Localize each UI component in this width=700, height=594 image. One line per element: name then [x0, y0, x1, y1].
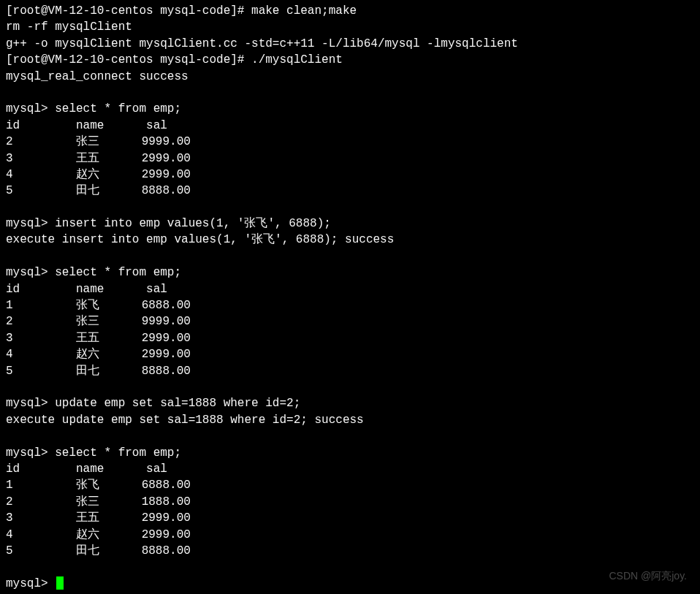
mysql-update: mysql> update emp set sal=1888 where id=…: [6, 395, 694, 411]
table-row: 3 王五 2999.00: [6, 510, 694, 526]
cursor: [56, 576, 64, 590]
shell-output: g++ -o mysqlClient mysqlClient.cc -std=c…: [6, 36, 694, 52]
table-row: 4 赵六 2999.00: [6, 527, 694, 543]
table-row: id name sal: [6, 281, 694, 297]
table-row: 4 赵六 2999.00: [6, 346, 694, 362]
table-row: 4 赵六 2999.00: [6, 167, 694, 183]
mysql-select-2: mysql> select * from emp;: [6, 264, 694, 281]
table-row: id name sal: [6, 461, 694, 477]
blank-line: [6, 85, 694, 101]
shell-command-make: [root@VM-12-10-centos mysql-code]# make …: [6, 3, 694, 19]
mysql-update-result: execute update emp set sal=1888 where id…: [6, 412, 694, 428]
table-row: 2 张三 1888.00: [6, 494, 694, 510]
blank-line: [6, 428, 694, 444]
table-row: 2 张三 9999.00: [6, 313, 694, 330]
mysql-select-1: mysql> select * from emp;: [6, 101, 694, 117]
shell-output: mysql_real_connect success: [6, 69, 694, 85]
shell-output: rm -rf mysqlClient: [6, 19, 694, 35]
table-row: 5 田七 8888.00: [6, 363, 694, 379]
blank-line: [6, 199, 694, 216]
blank-line: [6, 248, 694, 264]
blank-line: [6, 379, 694, 395]
table-row: 3 王五 2999.00: [6, 151, 694, 167]
shell-command-run: [root@VM-12-10-centos mysql-code]# ./mys…: [6, 52, 694, 68]
table-row: 1 张飞 6888.00: [6, 477, 694, 493]
mysql-prompt-active[interactable]: mysql>: [6, 576, 694, 592]
table-row: 1 张飞 6888.00: [6, 297, 694, 313]
mysql-insert-result: execute insert into emp values(1, '张飞', …: [6, 232, 694, 248]
terminal-output[interactable]: [root@VM-12-10-centos mysql-code]# make …: [6, 3, 694, 592]
table-row: 5 田七 8888.00: [6, 543, 694, 559]
mysql-select-3: mysql> select * from emp;: [6, 445, 694, 461]
table-row: 3 王五 2999.00: [6, 330, 694, 346]
table-row: 5 田七 8888.00: [6, 183, 694, 199]
table-row: 2 张三 9999.00: [6, 134, 694, 150]
table-row: id name sal: [6, 118, 694, 134]
blank-line: [6, 559, 694, 575]
mysql-insert: mysql> insert into emp values(1, '张飞', 6…: [6, 216, 694, 232]
